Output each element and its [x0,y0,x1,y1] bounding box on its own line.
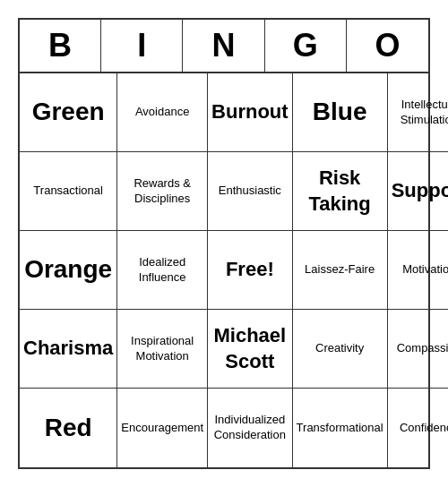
bingo-cell: Intellectual Stimulation [388,73,448,152]
bingo-cell: Blue [293,73,388,152]
bingo-cell: Risk Taking [293,152,388,231]
bingo-cell: Avoidance [117,73,208,152]
bingo-cell: Laissez-Faire [293,231,388,310]
bingo-card: BINGO GreenAvoidanceBurnoutBlueIntellect… [18,18,430,469]
bingo-cell: Motivation [388,231,448,310]
header-letter: B [20,20,101,72]
bingo-cell: Free! [208,231,293,310]
bingo-cell: Burnout [208,73,293,152]
bingo-cell: Red [20,389,117,467]
bingo-cell: Orange [20,231,117,310]
bingo-cell: Green [20,73,117,152]
bingo-cell: Charisma [20,310,117,389]
bingo-cell: Encouragement [117,389,208,467]
header-letter: I [101,20,183,72]
bingo-cell: Transformational [293,389,388,467]
header-letter: O [347,20,428,72]
bingo-cell: Enthusiastic [208,152,293,231]
bingo-cell: Transactional [20,152,117,231]
bingo-cell: Inspirational Motivation [117,310,208,389]
bingo-cell: Support [388,152,448,231]
bingo-grid: GreenAvoidanceBurnoutBlueIntellectual St… [20,73,428,467]
bingo-cell: Michael Scott [208,310,293,389]
bingo-cell: Rewards & Disciplines [117,152,208,231]
bingo-cell: Confidence [388,389,448,467]
bingo-cell: Individualized Consideration [208,389,293,467]
bingo-cell: Compassion [388,310,448,389]
bingo-cell: Creativity [293,310,388,389]
bingo-cell: Idealized Influence [117,231,208,310]
bingo-header: BINGO [20,20,428,73]
header-letter: G [265,20,347,72]
header-letter: N [183,20,264,72]
